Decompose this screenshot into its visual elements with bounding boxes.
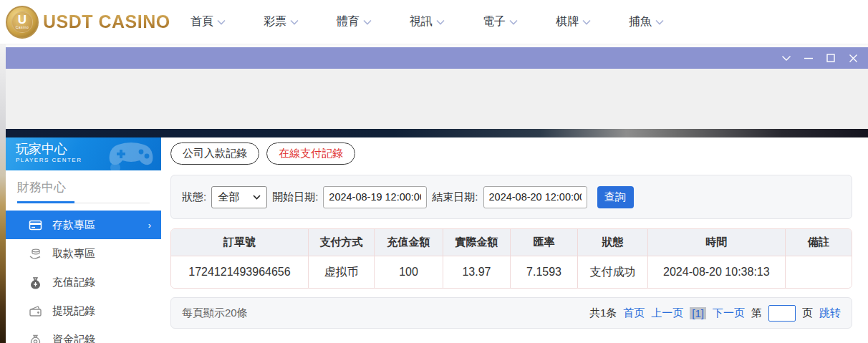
search-button[interactable]: 查詢 <box>597 186 634 208</box>
col-status: 狀態 <box>578 229 648 256</box>
section-underline <box>17 201 150 203</box>
sidebar-menu: 存款專區 › 取款專區 充值記錄 <box>6 211 161 343</box>
chevron-down-icon <box>217 19 226 25</box>
tab-online-payment-records[interactable]: 在線支付記錄 <box>266 142 355 165</box>
player-center-dialog: 玩家中心 PLAYERS CENTER 財務中心 <box>6 44 868 343</box>
section-label: 財務中心 <box>17 179 150 201</box>
main-menu: 首頁 彩票 體育 視訊 電子 棋牌 <box>191 14 664 29</box>
nav-item-slots[interactable]: 電子 <box>483 14 518 29</box>
col-remark: 備註 <box>786 229 852 256</box>
jump-button[interactable]: 跳转 <box>819 306 841 320</box>
col-order-no: 訂單號 <box>171 229 309 256</box>
jump-suffix: 页 <box>802 306 813 320</box>
close-button[interactable] <box>847 52 859 64</box>
nav-label: 視訊 <box>410 14 433 29</box>
money-bag-icon <box>29 276 42 289</box>
nav-label: 彩票 <box>264 14 286 29</box>
nav-label: 首頁 <box>191 14 213 29</box>
jump-prefix: 第 <box>751 306 762 320</box>
select-chevron-icon <box>253 195 261 200</box>
sidebar-item-label: 提現記錄 <box>52 304 95 318</box>
records-table: 訂單號 支付方式 充值金額 實際金額 匯率 狀態 時間 備註 172412149 <box>170 228 852 289</box>
chevron-down-icon <box>655 19 664 25</box>
content-area: 玩家中心 PLAYERS CENTER 財務中心 <box>6 137 868 343</box>
sidebar-item-label: 取款專區 <box>52 247 95 261</box>
table-header-row: 訂單號 支付方式 充值金額 實際金額 匯率 狀態 時間 備註 <box>171 229 852 256</box>
sidebar-item-fund-records[interactable]: 資金記錄 <box>6 325 161 343</box>
top-navigation: U Casino USDT CASINO 首頁 彩票 體育 視訊 <box>0 0 868 44</box>
col-payment-method: 支付方式 <box>309 229 375 256</box>
nav-label: 捕魚 <box>629 14 652 29</box>
status-select-value: 全部 <box>218 190 239 204</box>
maximize-button[interactable] <box>824 52 837 64</box>
cell-exchange-rate: 7.1593 <box>511 256 578 288</box>
filter-bar: 狀態: 全部 開始日期: 結束日期: 查詢 <box>170 175 852 219</box>
minimize-button[interactable] <box>802 52 815 64</box>
screen: U Casino USDT CASINO 首頁 彩票 體育 視訊 <box>0 0 868 343</box>
coin-letter: U <box>18 14 26 25</box>
chevron-down-icon <box>436 19 445 25</box>
sidebar-header: 玩家中心 PLAYERS CENTER <box>6 137 161 170</box>
nav-item-fishing[interactable]: 捕魚 <box>629 14 664 29</box>
nav-item-home[interactable]: 首頁 <box>191 14 226 29</box>
cell-time: 2024-08-20 10:38:13 <box>648 256 786 288</box>
sidebar-item-label: 資金記錄 <box>52 333 95 343</box>
funds-bag-icon <box>29 333 42 343</box>
sidebar-item-withdrawal-records[interactable]: 提現記錄 <box>6 296 161 325</box>
coin-icon: U Casino <box>6 6 39 39</box>
sidebar-item-withdraw-area[interactable]: 取款專區 <box>6 239 161 268</box>
coin-subtext: Casino <box>16 25 29 29</box>
sidebar-item-label: 存款專區 <box>52 218 95 232</box>
sidebar-section: 財務中心 <box>6 170 161 203</box>
total-count: 共1条 <box>589 306 617 320</box>
divider-band <box>6 129 868 137</box>
page-jump-input[interactable] <box>768 305 796 322</box>
sidebar: 玩家中心 PLAYERS CENTER 財務中心 <box>6 137 161 343</box>
per-page-text: 每頁顯示20條 <box>182 306 248 320</box>
cell-order-no: 1724121493964656 <box>171 256 309 288</box>
next-page-link[interactable]: 下一页 <box>713 306 745 320</box>
brand-logo[interactable]: U Casino USDT CASINO <box>6 6 170 39</box>
nav-item-lottery[interactable]: 彩票 <box>264 14 299 29</box>
col-actual-amount: 實際金額 <box>443 229 511 256</box>
chevron-down-icon <box>582 19 591 25</box>
pagination-controls: 共1条 首页 上一页 [1] 下一页 第 页 跳转 <box>589 305 841 322</box>
status-select[interactable]: 全部 <box>211 186 267 208</box>
cell-recharge-amount: 100 <box>375 256 443 288</box>
nav-label: 電子 <box>483 14 506 29</box>
wallet-icon <box>29 304 42 318</box>
sidebar-item-deposit[interactable]: 存款專區 › <box>6 211 161 239</box>
cell-payment-method: 虚拟币 <box>309 256 375 288</box>
brand-name: USDT CASINO <box>43 11 170 32</box>
first-page-link[interactable]: 首页 <box>623 306 645 320</box>
cell-status: 支付成功 <box>578 256 648 288</box>
chevron-right-icon: › <box>148 220 151 231</box>
nav-item-cards[interactable]: 棋牌 <box>556 14 591 29</box>
cell-actual-amount: 13.97 <box>443 256 511 288</box>
record-tabs: 公司入款記錄 在線支付記錄 <box>170 142 852 165</box>
start-date-label: 開始日期: <box>272 190 318 204</box>
card-icon <box>29 218 42 232</box>
sidebar-item-recharge-records[interactable]: 充值記錄 <box>6 268 161 296</box>
empty-banner-area <box>6 69 868 129</box>
chevron-down-icon <box>290 19 299 25</box>
chevron-down-icon <box>509 19 518 25</box>
collapse-chevron-icon[interactable] <box>780 52 793 64</box>
table-row: 1724121493964656 虚拟币 100 13.97 7.1593 支付… <box>171 256 852 288</box>
chevron-down-icon <box>363 19 372 25</box>
prev-page-link[interactable]: 上一页 <box>651 306 683 320</box>
gamepad-icon <box>105 139 157 170</box>
end-date-input[interactable] <box>483 186 587 208</box>
background-strip <box>0 44 6 343</box>
start-date-input[interactable] <box>323 186 427 208</box>
nav-item-live[interactable]: 視訊 <box>410 14 445 29</box>
col-time: 時間 <box>648 229 786 256</box>
status-label: 狀態: <box>182 190 206 204</box>
col-exchange-rate: 匯率 <box>511 229 578 256</box>
records-panel: 公司入款記錄 在線支付記錄 狀態: 全部 開始日期: 結束日期: 查詢 <box>170 137 852 343</box>
tab-company-deposit-records[interactable]: 公司入款記錄 <box>170 142 259 165</box>
col-recharge-amount: 充值金額 <box>375 229 443 256</box>
nav-item-sports[interactable]: 體育 <box>337 14 372 29</box>
current-page-badge: [1] <box>690 307 706 319</box>
nav-label: 棋牌 <box>556 14 579 29</box>
